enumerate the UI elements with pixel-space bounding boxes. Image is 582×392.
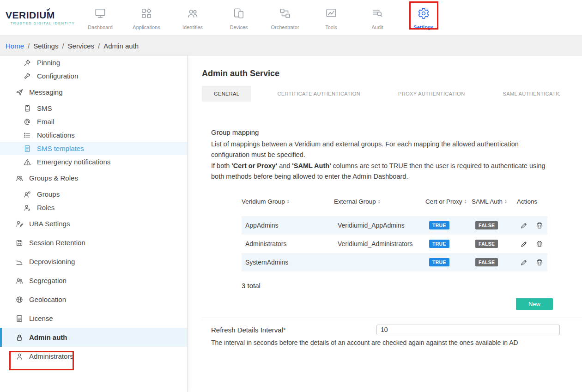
note-bold-saml-auth: 'SAML Auth' bbox=[292, 162, 331, 169]
document-icon bbox=[23, 145, 31, 152]
cell-veridium-group: Administrators bbox=[242, 240, 334, 247]
sidebar-item-label: Deprovisioning bbox=[29, 258, 75, 265]
nav-item-label: Tools bbox=[325, 24, 337, 30]
breadcrumb-separator: / bbox=[62, 42, 64, 50]
nav-item-label: Dashboard bbox=[88, 24, 113, 30]
column-header-veridium-group[interactable]: Veridium Group ▴▾ bbox=[242, 198, 334, 205]
sidebar-item-configuration[interactable]: Configuration bbox=[0, 69, 187, 83]
column-header-cert-or-proxy[interactable]: Cert or Proxy ▴▾ bbox=[425, 198, 472, 205]
refresh-interval-row: Refresh Details Interval* bbox=[202, 325, 560, 335]
nav-item-identities[interactable]: Identities bbox=[170, 6, 216, 30]
column-header-external-group[interactable]: External Group ▴▾ bbox=[334, 198, 425, 205]
sidebar-item-label: Groups & Roles bbox=[29, 174, 78, 182]
nav-item-label: Applications bbox=[133, 24, 160, 30]
sort-icon: ▴▾ bbox=[465, 199, 467, 204]
breadcrumb-home[interactable]: Home bbox=[6, 42, 24, 50]
email-icon bbox=[23, 118, 31, 126]
table-header-row: Veridium Group ▴▾ External Group ▴▾ Cert… bbox=[242, 194, 547, 211]
column-header-label: Veridium Group bbox=[242, 198, 285, 205]
sort-icon: ▴▾ bbox=[287, 199, 289, 204]
nav-item-settings[interactable]: Settings bbox=[400, 6, 447, 30]
sidebar-item-geolocation[interactable]: Geolocation bbox=[0, 290, 187, 309]
sidebar-item-groups[interactable]: Groups bbox=[0, 187, 187, 201]
cert-or-proxy-badge: TRUE bbox=[429, 258, 449, 266]
sidebar-item-sms[interactable]: SMS bbox=[0, 102, 187, 115]
sidebar-item-segregation[interactable]: Segregation bbox=[0, 271, 187, 290]
sidebar-item-label: Email bbox=[37, 118, 55, 126]
delete-icon[interactable] bbox=[536, 259, 543, 266]
identities-icon bbox=[187, 7, 199, 21]
applications-icon bbox=[140, 7, 152, 21]
nav-item-label: Devices bbox=[230, 24, 248, 30]
edit-icon[interactable] bbox=[521, 240, 528, 247]
section-divider bbox=[202, 318, 582, 318]
tab-saml-authentication[interactable]: SAML AUTHENTICATION bbox=[491, 86, 560, 102]
sidebar-item-pinning[interactable]: Pinning bbox=[0, 56, 187, 69]
cert-or-proxy-badge: TRUE bbox=[429, 221, 449, 229]
row-actions bbox=[517, 259, 547, 266]
sidebar-item-label: Roles bbox=[37, 204, 55, 211]
column-header-label: SAML Auth bbox=[472, 198, 503, 205]
edit-icon[interactable] bbox=[521, 259, 528, 266]
nav-item-dashboard[interactable]: Dashboard bbox=[77, 6, 123, 30]
group-gear-icon bbox=[23, 190, 31, 198]
column-header-label: Cert or Proxy bbox=[425, 198, 462, 205]
refresh-interval-input[interactable] bbox=[376, 325, 560, 335]
delete-icon[interactable] bbox=[536, 222, 543, 229]
paper-plane-icon bbox=[15, 88, 23, 96]
nav-item-audit[interactable]: Audit bbox=[354, 6, 400, 30]
refresh-interval-help: The interval in seconds before the detai… bbox=[211, 339, 560, 346]
chart-decline-icon bbox=[15, 258, 23, 265]
sidebar-item-administrators[interactable]: Administrators bbox=[0, 347, 187, 366]
breadcrumb-services[interactable]: Services bbox=[68, 42, 95, 50]
sidebar-item-label: SMS bbox=[37, 104, 52, 112]
sidebar-item-session-retention[interactable]: Session Retention bbox=[0, 233, 187, 252]
sidebar-item-label: Pinning bbox=[37, 59, 60, 66]
breadcrumb-separator: / bbox=[28, 42, 30, 50]
table-row: SystemAdmins TRUE FALSE bbox=[242, 253, 547, 271]
tab-proxy-authentication[interactable]: PROXY AUTHENTICATION bbox=[386, 86, 477, 102]
breadcrumb-admin-auth: Admin auth bbox=[103, 42, 139, 50]
sidebar-item-label: Notifications bbox=[37, 131, 75, 139]
group-mapping-heading: Group mapping bbox=[211, 128, 560, 136]
sidebar-item-uba-settings[interactable]: UBA Settings bbox=[0, 214, 187, 233]
sidebar-item-emergency-notifications[interactable]: Emergency notifications bbox=[0, 155, 187, 169]
delete-icon[interactable] bbox=[536, 240, 543, 247]
breadcrumb-settings[interactable]: Settings bbox=[33, 42, 58, 50]
devices-icon bbox=[233, 7, 245, 21]
sidebar-item-sms-templates[interactable]: SMS templates bbox=[0, 142, 187, 155]
cert-or-proxy-badge: TRUE bbox=[429, 240, 449, 248]
sidebar-item-notifications[interactable]: Notifications bbox=[0, 128, 187, 142]
sidebar-item-label: Segregation bbox=[29, 277, 67, 284]
sidebar-item-deprovisioning[interactable]: Deprovisioning bbox=[0, 252, 187, 271]
sort-icon: ▴▾ bbox=[505, 199, 507, 204]
sidebar-item-admin-auth[interactable]: Admin auth bbox=[0, 328, 187, 347]
sidebar-item-groups-roles[interactable]: Groups & Roles bbox=[0, 169, 187, 187]
logo-tagline: TRUSTED DIGITAL IDENTITY bbox=[6, 21, 75, 25]
sidebar-item-messaging[interactable]: Messaging bbox=[0, 83, 187, 102]
nav-item-orchestrator[interactable]: Orchestrator bbox=[262, 6, 308, 30]
gear-icon bbox=[418, 7, 430, 21]
breadcrumb: Home / Settings / Services / Admin auth bbox=[0, 36, 582, 56]
nav-item-devices[interactable]: Devices bbox=[216, 6, 262, 30]
table-row: Administrators Veridiumid_Administrators… bbox=[242, 235, 547, 253]
edit-icon[interactable] bbox=[521, 222, 528, 229]
sidebar-item-roles[interactable]: Roles bbox=[0, 201, 187, 214]
tab-general[interactable]: GENERAL bbox=[202, 86, 251, 102]
nav-item-tools[interactable]: Tools bbox=[308, 6, 354, 30]
new-button[interactable]: New bbox=[516, 298, 553, 310]
sidebar-item-label: Configuration bbox=[37, 72, 78, 80]
sidebar-item-email[interactable]: Email bbox=[0, 115, 187, 128]
wrench-icon bbox=[23, 72, 31, 80]
column-header-saml-auth[interactable]: SAML Auth ▴▾ bbox=[472, 198, 517, 205]
nav-item-applications[interactable]: Applications bbox=[123, 6, 170, 30]
sidebar-item-label: Messaging bbox=[29, 88, 63, 96]
saml-auth-badge: FALSE bbox=[475, 240, 498, 248]
main-navigation: Dashboard Applications Identities Device… bbox=[77, 6, 447, 30]
group-mapping-description: List of mappings between a Veridium and … bbox=[211, 139, 558, 161]
tab-certificate-authentication[interactable]: CERTIFICATE AUTHENTICATION bbox=[265, 86, 372, 102]
sidebar-item-license[interactable]: License bbox=[0, 309, 187, 328]
table-row: AppAdmins Veridiumid_AppAdmins TRUE FALS… bbox=[242, 216, 547, 235]
cell-external-group: Veridiumid_Administrators bbox=[334, 240, 425, 247]
nav-item-label: Identities bbox=[182, 24, 203, 30]
